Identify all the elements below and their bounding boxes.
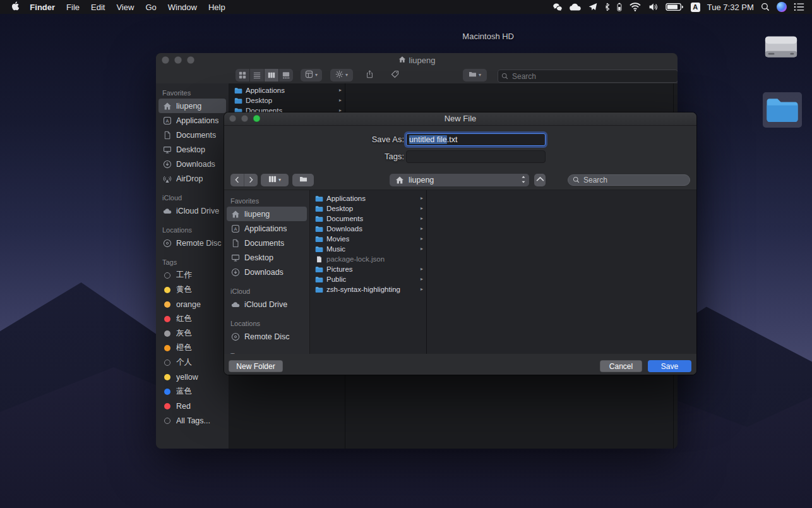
close-button[interactable] xyxy=(229,115,236,122)
file-row-public[interactable]: Public▸ xyxy=(310,274,426,284)
sidebar-item-tag-0[interactable]: 工作 xyxy=(158,268,226,282)
sidebar-item-downloads[interactable]: Downloads xyxy=(227,265,307,279)
save-button[interactable]: Save xyxy=(648,360,691,372)
sidebar-item-tag-4[interactable]: 灰色 xyxy=(158,326,226,341)
spotlight-icon[interactable] xyxy=(761,3,770,11)
menu-go[interactable]: Go xyxy=(140,3,162,12)
location-popup[interactable]: liupeng xyxy=(390,174,529,186)
wifi-icon[interactable] xyxy=(629,3,642,11)
file-row-desktop[interactable]: Desktop▸ xyxy=(229,95,345,106)
tags-input[interactable] xyxy=(406,150,546,163)
battery-icon[interactable] xyxy=(666,3,684,11)
icon-view-button[interactable] xyxy=(236,69,250,82)
new-folder-button[interactable]: New Folder xyxy=(229,360,283,372)
filename-input[interactable]: untitled file.txt xyxy=(406,133,546,146)
menu-window[interactable]: Window xyxy=(162,3,203,12)
file-row-applications[interactable]: Applications▸ xyxy=(310,193,426,203)
edit-tags-button[interactable] xyxy=(387,69,402,82)
sidebar-item-tag-6[interactable]: 个人 xyxy=(158,355,226,370)
wechat-icon[interactable] xyxy=(552,3,563,11)
file-row-documents[interactable]: Documents▸ xyxy=(310,214,426,224)
sidebar-item-label: orange xyxy=(176,300,201,309)
desktop-icon-macintosh-hd[interactable]: Macintosh HD xyxy=(756,30,806,66)
file-row-zsh-syntax-highlighting[interactable]: zsh-syntax-highlighting▸ xyxy=(310,284,426,294)
forward-button[interactable] xyxy=(244,174,258,186)
apple-menu[interactable] xyxy=(6,1,24,13)
cloud-icon[interactable] xyxy=(569,3,582,11)
column-divider[interactable] xyxy=(426,190,427,354)
bluetooth-icon[interactable] xyxy=(604,3,610,11)
cancel-button[interactable]: Cancel xyxy=(600,360,642,372)
sidebar-item-tag-8[interactable]: 蓝色 xyxy=(158,384,226,399)
dialog-search-field[interactable] xyxy=(568,174,690,186)
app-menu-finder[interactable]: Finder xyxy=(24,3,61,12)
menu-view[interactable]: View xyxy=(110,3,140,12)
search-input[interactable] xyxy=(582,175,685,185)
paperplane-icon[interactable] xyxy=(588,3,597,11)
minimize-button[interactable] xyxy=(241,115,248,122)
column-view-button[interactable] xyxy=(265,69,279,82)
menu-bar-clock[interactable]: Tue 7:32 PM xyxy=(707,3,754,12)
cloud-icon xyxy=(230,300,241,309)
view-mode-popup[interactable]: ▾ xyxy=(261,174,289,186)
file-row-package-lock-json[interactable]: package-lock.json xyxy=(310,254,426,264)
sidebar-item-tag-3[interactable]: 红色 xyxy=(158,311,226,326)
sidebar-item-yellow[interactable]: yellow xyxy=(158,370,226,384)
sidebar-item-tag-5[interactable]: 橙色 xyxy=(158,341,226,355)
file-row-applications[interactable]: Applications▸ xyxy=(229,85,345,95)
sidebar-item-red[interactable]: Red xyxy=(158,399,226,413)
recent-folders-button[interactable] xyxy=(292,174,314,186)
desktop-icon-work[interactable]: work xyxy=(757,92,808,128)
list-view-button[interactable] xyxy=(250,69,265,82)
finder-search-field[interactable] xyxy=(498,70,678,83)
sidebar-item-desktop[interactable]: Desktop xyxy=(227,250,307,265)
file-row-desktop[interactable]: Desktop▸ xyxy=(310,203,426,214)
file-row-music[interactable]: Music▸ xyxy=(310,244,426,254)
sidebar-item-applications[interactable]: AApplications xyxy=(227,221,307,236)
sidebar-item-icloud-drive[interactable]: iCloud Drive xyxy=(158,203,226,218)
menu-edit[interactable]: Edit xyxy=(85,3,110,12)
sidebar-item-liupeng[interactable]: liupeng xyxy=(158,99,226,113)
gallery-view-button[interactable] xyxy=(279,69,293,82)
menu-bar: Finder FileEditViewGoWindowHelp A Tue 7:… xyxy=(0,0,812,14)
actions-button[interactable]: ▾ xyxy=(330,69,353,82)
sidebar-item-liupeng[interactable]: liupeng xyxy=(227,207,307,221)
file-row-pictures[interactable]: Pictures▸ xyxy=(310,264,426,274)
sidebar-item-desktop[interactable]: Desktop xyxy=(158,142,226,157)
sidebar-item-orange[interactable]: orange xyxy=(158,297,226,311)
sidebar-item-label: liupeng xyxy=(244,210,270,219)
share-button[interactable] xyxy=(362,69,377,82)
file-row-downloads[interactable]: Downloads▸ xyxy=(310,224,426,234)
sidebar-item-applications[interactable]: AApplications xyxy=(158,113,226,128)
sidebar-item-airdrop[interactable]: AirDrop xyxy=(158,171,226,186)
siri-icon[interactable] xyxy=(777,2,787,12)
sidebar-item-remote-disc[interactable]: Remote Disc xyxy=(158,236,226,250)
back-button[interactable] xyxy=(230,174,244,186)
zoom-button[interactable] xyxy=(253,115,260,122)
menu-help[interactable]: Help xyxy=(203,3,231,12)
group-by-button[interactable]: ▾ xyxy=(301,69,322,82)
sidebar-item-downloads[interactable]: Downloads xyxy=(158,157,226,171)
navigation-control xyxy=(230,174,258,186)
sidebar-item-all-tags[interactable]: All Tags... xyxy=(158,413,226,428)
collapse-expand-button[interactable] xyxy=(534,174,546,186)
menu-file[interactable]: File xyxy=(61,3,85,12)
tag-color-dot xyxy=(164,345,170,351)
sidebar-item-icloud-drive[interactable]: iCloud Drive xyxy=(227,297,307,311)
folder-popup-button[interactable]: ▾ xyxy=(463,69,487,82)
sidebar-item-documents[interactable]: Documents xyxy=(158,128,226,142)
minimize-button[interactable] xyxy=(174,56,182,64)
sidebar-item-tag-1[interactable]: 黄色 xyxy=(158,282,226,297)
zoom-button[interactable] xyxy=(187,56,194,64)
volume-icon[interactable] xyxy=(648,3,659,11)
hard-drive-icon xyxy=(761,30,801,66)
file-row-movies[interactable]: Movies▸ xyxy=(310,234,426,244)
input-source-icon[interactable]: A xyxy=(691,3,700,12)
device-battery-icon[interactable] xyxy=(617,3,622,11)
close-button[interactable] xyxy=(162,56,169,64)
finder-column: Applications▸Desktop▸Documents▸ xyxy=(229,83,345,116)
notification-center-icon[interactable] xyxy=(794,3,804,11)
sidebar-item-documents[interactable]: Documents xyxy=(227,236,307,250)
sidebar-item-remote-disc[interactable]: Remote Disc xyxy=(227,329,307,344)
search-input[interactable] xyxy=(511,71,674,82)
